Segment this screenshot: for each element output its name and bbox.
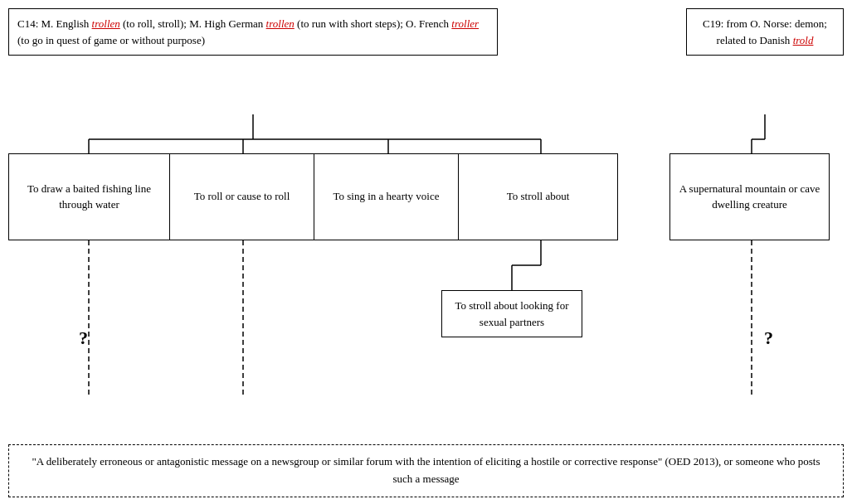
definition-box-3: To sing in a hearty voice [314,153,459,240]
definition-box-4: To stroll about [458,153,618,240]
etymology-box-left: C14: M. English trollen (to roll, stroll… [8,8,498,56]
etym-left-word2: trollen [266,17,295,30]
def-text-2: To roll or cause to roll [194,189,290,204]
etym-left-prefix: C14: M. English [17,17,92,30]
definition-box-2: To roll or cause to roll [169,153,314,240]
definition-box-5: A supernatural mountain or cave dwelling… [669,153,830,240]
etym-right-word: trold [793,34,814,46]
diagram-container: C14: M. English trollen (to roll, stroll… [0,0,852,504]
definition-box-1: To draw a baited fishing line through wa… [8,153,170,240]
child-definition-box: To stroll about looking for sexual partn… [441,290,582,337]
etym-left-mid1: (to roll, stroll); M. High German [120,17,266,30]
def-text-4: To stroll about [507,189,570,204]
top-row: C14: M. English trollen (to roll, stroll… [8,8,844,56]
question-mark-right: ? [764,327,773,349]
etym-left-mid2: (to run with short steps); O. French [295,17,452,30]
bottom-definition-box: "A deliberately erroneous or antagonisti… [8,444,844,497]
bottom-text: "A deliberately erroneous or antagonisti… [32,455,820,485]
question-mark-left: ? [79,327,88,349]
connector-lines [0,0,852,504]
etym-left-suffix: (to go in quest of game or without purpo… [17,34,205,46]
etym-left-word3: troller [451,17,479,30]
child-def-text: To stroll about looking for sexual partn… [455,299,568,328]
etymology-box-right: C19: from O. Norse: demon; related to Da… [686,8,844,56]
definitions-row: To draw a baited fishing line through wa… [8,153,844,240]
def-text-5: A supernatural mountain or cave dwelling… [675,182,824,211]
def-text-3: To sing in a hearty voice [333,189,440,204]
def-text-1: To draw a baited fishing line through wa… [14,182,164,211]
etym-left-word1: trollen [92,17,120,30]
